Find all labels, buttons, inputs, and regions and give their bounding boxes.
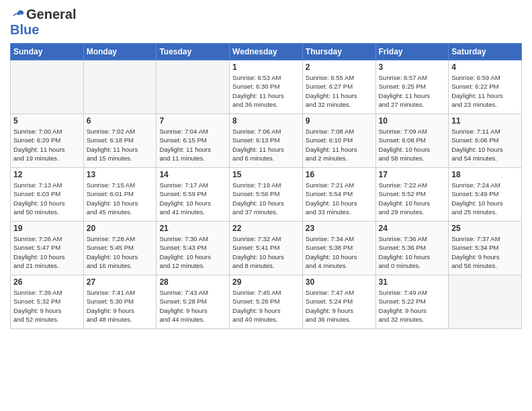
day-number: 9 xyxy=(306,116,373,126)
calendar-cell: 13Sunrise: 7:15 AM Sunset: 6:01 PM Dayli… xyxy=(83,168,157,222)
cell-text: Sunrise: 7:11 AM Sunset: 6:06 PM Dayligh… xyxy=(451,127,519,163)
cell-text: Sunrise: 6:59 AM Sunset: 6:22 PM Dayligh… xyxy=(451,73,519,109)
calendar-cell xyxy=(11,60,84,114)
weekday-header: Thursday xyxy=(302,44,375,60)
day-number: 24 xyxy=(379,224,446,233)
day-number: 14 xyxy=(159,170,226,179)
calendar-cell xyxy=(83,60,157,114)
calendar-week-row: 26Sunrise: 7:39 AM Sunset: 5:32 PM Dayli… xyxy=(11,275,522,329)
page-container: GeneralBlue SundayMondayTuesdayWednesday… xyxy=(0,0,532,332)
calendar-cell: 16Sunrise: 7:21 AM Sunset: 5:54 PM Dayli… xyxy=(302,168,375,222)
day-number: 5 xyxy=(13,116,81,126)
cell-text: Sunrise: 6:57 AM Sunset: 6:25 PM Dayligh… xyxy=(379,73,446,109)
calendar-cell: 15Sunrise: 7:19 AM Sunset: 5:56 PM Dayli… xyxy=(230,168,303,222)
logo-blue-text: Blue xyxy=(10,22,39,37)
day-number: 17 xyxy=(379,170,446,179)
day-number: 20 xyxy=(87,224,154,233)
day-number: 11 xyxy=(451,116,519,126)
calendar-cell: 29Sunrise: 7:45 AM Sunset: 5:26 PM Dayli… xyxy=(230,275,303,329)
calendar-cell: 18Sunrise: 7:24 AM Sunset: 5:49 PM Dayli… xyxy=(449,168,522,222)
cell-text: Sunrise: 7:04 AM Sunset: 6:15 PM Dayligh… xyxy=(159,127,226,163)
calendar-cell: 27Sunrise: 7:41 AM Sunset: 5:30 PM Dayli… xyxy=(83,275,157,329)
day-number: 26 xyxy=(13,277,81,287)
calendar-cell: 31Sunrise: 7:49 AM Sunset: 5:22 PM Dayli… xyxy=(375,275,449,329)
cell-text: Sunrise: 7:34 AM Sunset: 5:38 PM Dayligh… xyxy=(306,234,373,270)
day-number: 30 xyxy=(306,277,373,287)
calendar-cell xyxy=(449,275,522,329)
calendar-cell: 17Sunrise: 7:22 AM Sunset: 5:52 PM Dayli… xyxy=(375,168,449,222)
day-number: 29 xyxy=(232,277,300,287)
logo-bird-icon xyxy=(10,9,25,21)
calendar-cell: 19Sunrise: 7:26 AM Sunset: 5:47 PM Dayli… xyxy=(11,222,84,275)
calendar-cell: 1Sunrise: 6:53 AM Sunset: 6:30 PM Daylig… xyxy=(230,60,303,114)
calendar-week-row: 1Sunrise: 6:53 AM Sunset: 6:30 PM Daylig… xyxy=(11,60,522,114)
day-number: 12 xyxy=(13,170,81,179)
calendar-cell: 5Sunrise: 7:00 AM Sunset: 6:20 PM Daylig… xyxy=(11,114,84,168)
cell-text: Sunrise: 7:17 AM Sunset: 5:59 PM Dayligh… xyxy=(159,181,226,216)
day-number: 16 xyxy=(306,170,373,179)
day-number: 1 xyxy=(232,62,300,72)
weekday-header: Monday xyxy=(83,44,157,60)
calendar-cell: 10Sunrise: 7:09 AM Sunset: 6:08 PM Dayli… xyxy=(375,114,449,168)
day-number: 13 xyxy=(87,170,154,179)
weekday-header: Sunday xyxy=(11,44,84,60)
cell-text: Sunrise: 7:24 AM Sunset: 5:49 PM Dayligh… xyxy=(451,181,519,216)
calendar-cell: 9Sunrise: 7:08 AM Sunset: 6:10 PM Daylig… xyxy=(302,114,375,168)
cell-text: Sunrise: 7:41 AM Sunset: 5:30 PM Dayligh… xyxy=(87,288,154,324)
calendar-cell: 23Sunrise: 7:34 AM Sunset: 5:38 PM Dayli… xyxy=(302,222,375,275)
calendar-table: SundayMondayTuesdayWednesdayThursdayFrid… xyxy=(10,43,522,329)
calendar-cell: 22Sunrise: 7:32 AM Sunset: 5:41 PM Dayli… xyxy=(230,222,303,275)
cell-text: Sunrise: 7:13 AM Sunset: 6:03 PM Dayligh… xyxy=(13,181,81,216)
cell-text: Sunrise: 7:15 AM Sunset: 6:01 PM Dayligh… xyxy=(87,181,154,216)
weekday-header: Tuesday xyxy=(157,44,230,60)
day-number: 2 xyxy=(306,62,373,72)
day-number: 6 xyxy=(87,116,154,126)
logo-general-text: General xyxy=(26,7,76,22)
calendar-week-row: 12Sunrise: 7:13 AM Sunset: 6:03 PM Dayli… xyxy=(11,168,522,222)
cell-text: Sunrise: 7:39 AM Sunset: 5:32 PM Dayligh… xyxy=(13,288,81,324)
day-number: 4 xyxy=(451,62,519,72)
weekday-header-row: SundayMondayTuesdayWednesdayThursdayFrid… xyxy=(11,44,522,60)
calendar-cell: 21Sunrise: 7:30 AM Sunset: 5:43 PM Dayli… xyxy=(157,222,230,275)
cell-text: Sunrise: 7:45 AM Sunset: 5:26 PM Dayligh… xyxy=(232,288,300,324)
calendar-cell: 4Sunrise: 6:59 AM Sunset: 6:22 PM Daylig… xyxy=(449,60,522,114)
cell-text: Sunrise: 7:32 AM Sunset: 5:41 PM Dayligh… xyxy=(232,234,300,270)
day-number: 27 xyxy=(87,277,154,287)
cell-text: Sunrise: 7:22 AM Sunset: 5:52 PM Dayligh… xyxy=(379,181,446,216)
calendar-cell: 6Sunrise: 7:02 AM Sunset: 6:18 PM Daylig… xyxy=(83,114,157,168)
calendar-cell: 3Sunrise: 6:57 AM Sunset: 6:25 PM Daylig… xyxy=(375,60,449,114)
day-number: 7 xyxy=(159,116,226,126)
day-number: 8 xyxy=(232,116,300,126)
calendar-cell: 28Sunrise: 7:43 AM Sunset: 5:28 PM Dayli… xyxy=(157,275,230,329)
day-number: 22 xyxy=(232,224,300,233)
calendar-cell: 7Sunrise: 7:04 AM Sunset: 6:15 PM Daylig… xyxy=(157,114,230,168)
day-number: 10 xyxy=(379,116,446,126)
calendar-cell: 11Sunrise: 7:11 AM Sunset: 6:06 PM Dayli… xyxy=(449,114,522,168)
cell-text: Sunrise: 6:55 AM Sunset: 6:27 PM Dayligh… xyxy=(306,73,373,109)
calendar-week-row: 19Sunrise: 7:26 AM Sunset: 5:47 PM Dayli… xyxy=(11,222,522,275)
calendar-cell: 20Sunrise: 7:28 AM Sunset: 5:45 PM Dayli… xyxy=(83,222,157,275)
day-number: 28 xyxy=(159,277,226,287)
cell-text: Sunrise: 7:36 AM Sunset: 5:36 PM Dayligh… xyxy=(379,234,446,270)
cell-text: Sunrise: 7:47 AM Sunset: 5:24 PM Dayligh… xyxy=(306,288,373,324)
day-number: 21 xyxy=(159,224,226,233)
day-number: 3 xyxy=(379,62,446,72)
cell-text: Sunrise: 7:49 AM Sunset: 5:22 PM Dayligh… xyxy=(379,288,446,324)
cell-text: Sunrise: 7:00 AM Sunset: 6:20 PM Dayligh… xyxy=(13,127,81,163)
weekday-header: Wednesday xyxy=(230,44,303,60)
cell-text: Sunrise: 7:30 AM Sunset: 5:43 PM Dayligh… xyxy=(159,234,226,270)
day-number: 18 xyxy=(451,170,519,179)
weekday-header: Saturday xyxy=(449,44,522,60)
calendar-cell: 30Sunrise: 7:47 AM Sunset: 5:24 PM Dayli… xyxy=(302,275,375,329)
header: GeneralBlue xyxy=(10,7,522,38)
calendar-cell: 24Sunrise: 7:36 AM Sunset: 5:36 PM Dayli… xyxy=(375,222,449,275)
day-number: 23 xyxy=(306,224,373,233)
day-number: 25 xyxy=(451,224,519,233)
calendar-cell: 12Sunrise: 7:13 AM Sunset: 6:03 PM Dayli… xyxy=(11,168,84,222)
cell-text: Sunrise: 7:19 AM Sunset: 5:56 PM Dayligh… xyxy=(232,181,300,216)
cell-text: Sunrise: 7:08 AM Sunset: 6:10 PM Dayligh… xyxy=(306,127,373,163)
cell-text: Sunrise: 7:26 AM Sunset: 5:47 PM Dayligh… xyxy=(13,234,81,270)
day-number: 15 xyxy=(232,170,300,179)
cell-text: Sunrise: 7:06 AM Sunset: 6:13 PM Dayligh… xyxy=(232,127,300,163)
calendar-cell xyxy=(157,60,230,114)
